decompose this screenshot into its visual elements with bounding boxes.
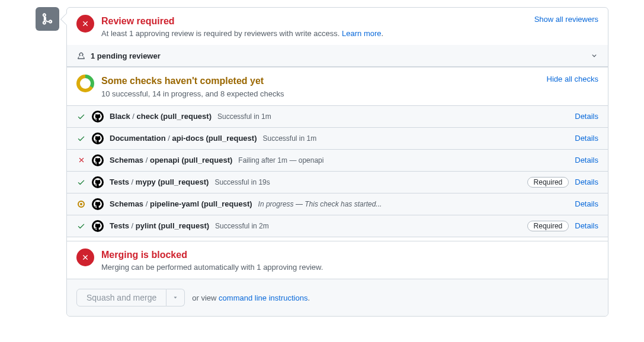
- check-status-icon: [76, 222, 86, 230]
- review-required-subtitle: At least 1 approving review is required …: [101, 29, 527, 38]
- review-subtitle-text: At least 1 approving review is required …: [101, 29, 342, 38]
- merge-hint: or view command line instructions.: [192, 293, 310, 302]
- check-name: Schemas / openapi (pull_request): [110, 156, 232, 164]
- check-item: Schemas / openapi (pull_request)Failing …: [67, 149, 608, 171]
- checks-title: Some checks haven't completed yet: [101, 75, 540, 88]
- checks-summary: 10 successful, 14 in progress, and 8 exp…: [101, 89, 540, 98]
- check-status-text: Failing after 1m — openapi: [238, 156, 323, 164]
- github-actions-avatar: [92, 220, 104, 232]
- github-actions-avatar: [92, 133, 104, 144]
- x-icon: [78, 156, 85, 164]
- check-item: Tests / pylint (pull_request)Successful …: [67, 215, 608, 237]
- check-name: Tests / pylint (pull_request): [110, 221, 209, 230]
- required-badge: Required: [527, 221, 569, 231]
- check-name: Documentation / api-docs (pull_request): [110, 134, 257, 143]
- triangle-down-icon: [172, 295, 178, 301]
- check-icon: [77, 222, 85, 230]
- github-actions-avatar: [92, 154, 104, 166]
- show-reviewers-link[interactable]: Show all reviewers: [534, 15, 598, 24]
- check-details-link[interactable]: Details: [575, 178, 598, 186]
- merging-blocked-subtitle: Merging can be performed automatically w…: [101, 263, 598, 272]
- merging-blocked-title: Merging is blocked: [101, 249, 598, 262]
- check-status-icon: [76, 178, 86, 186]
- check-details-link[interactable]: Details: [575, 221, 598, 230]
- check-item: Documentation / api-docs (pull_request)S…: [67, 127, 608, 149]
- checks-progress-icon: [76, 75, 94, 92]
- check-icon: [77, 178, 85, 186]
- check-status-icon: [76, 201, 86, 208]
- merge-options-dropdown-button[interactable]: [166, 289, 185, 306]
- command-line-instructions-link[interactable]: command line instructions: [219, 293, 307, 302]
- check-details-link[interactable]: Details: [575, 199, 598, 208]
- check-name: Schemas / pipeline-yaml (pull_request): [110, 199, 252, 208]
- check-status-icon: [76, 134, 86, 143]
- merge-hint-pre: or view: [192, 293, 219, 302]
- check-item: Schemas / pipeline-yaml (pull_request)In…: [67, 193, 608, 215]
- check-details-link[interactable]: Details: [575, 156, 598, 164]
- squash-and-merge-button[interactable]: Squash and merge: [76, 289, 166, 306]
- x-circle-icon: [76, 249, 94, 266]
- check-status-icon: [76, 112, 86, 121]
- check-status-text: Successful in 1m: [263, 134, 317, 143]
- github-actions-avatar: [92, 198, 104, 210]
- review-required-title: Review required: [101, 15, 527, 28]
- check-status-text: Successful in 2m: [215, 222, 269, 230]
- check-name: Tests / mypy (pull_request): [110, 178, 209, 186]
- x-circle-icon: [76, 15, 94, 33]
- required-badge: Required: [527, 177, 569, 188]
- person-icon: [76, 51, 86, 60]
- github-actions-avatar: [92, 176, 104, 188]
- check-icon: [77, 112, 85, 121]
- check-status-icon: [76, 156, 86, 164]
- learn-more-link[interactable]: Learn more: [342, 29, 381, 38]
- pending-reviewer-count: 1 pending reviewer: [91, 51, 585, 60]
- check-status-text: Successful in 19s: [214, 178, 270, 186]
- chevron-down-icon: [590, 51, 598, 60]
- check-status-text: Successful in 1m: [217, 112, 271, 121]
- pending-reviewers-row[interactable]: 1 pending reviewer: [67, 45, 608, 67]
- check-item: Tests / mypy (pull_request)Successful in…: [67, 171, 608, 193]
- check-details-link[interactable]: Details: [575, 134, 598, 143]
- check-status-text: In progress — This check has started...: [258, 200, 382, 208]
- check-name: Black / check (pull_request): [110, 112, 212, 121]
- check-details-link[interactable]: Details: [575, 112, 598, 121]
- progress-dot-icon: [78, 201, 85, 208]
- github-actions-avatar: [92, 111, 104, 122]
- merge-hint-post: .: [307, 293, 310, 302]
- check-icon: [77, 134, 85, 143]
- timeline-merge-icon: [36, 7, 59, 31]
- hide-checks-link[interactable]: Hide all checks: [547, 75, 598, 83]
- check-item: Black / check (pull_request)Successful i…: [67, 105, 608, 127]
- merge-status-box: Review required At least 1 approving rev…: [66, 7, 608, 317]
